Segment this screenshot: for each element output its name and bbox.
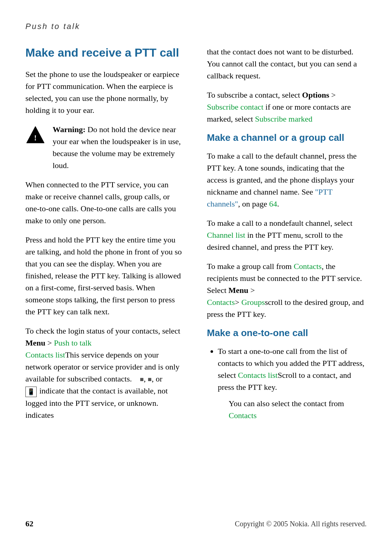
section-title-ptt: Make and receive a PTT call xyxy=(25,46,185,60)
options-menu: Options xyxy=(302,90,329,99)
channel-para-1: To make a call to the default channel, p… xyxy=(207,150,367,210)
channel-on-page: , on page xyxy=(238,199,269,208)
warning-label: Warning: xyxy=(53,125,85,134)
subscribe-text-1: To subscribe a contact, select xyxy=(207,90,302,99)
warning-text: Warning: Do not hold the device near you… xyxy=(53,123,185,171)
contacts-link-3: Contacts xyxy=(229,411,257,420)
contacts-link-2: Contacts xyxy=(294,262,322,271)
channel-text-3a: To make a group call from xyxy=(207,262,294,271)
login-arrow-1: > xyxy=(45,338,54,347)
menu-link-2: Menu xyxy=(228,286,248,295)
contacts-list-link-2: Contacts list xyxy=(238,371,278,380)
menu-option-menu: Menu xyxy=(25,338,45,347)
arrow-3: > xyxy=(235,298,241,307)
push-to-talk-link: Push to talk xyxy=(54,338,91,347)
sub-para-text: You can also select the contact from xyxy=(229,399,344,408)
channel-end: . xyxy=(277,199,279,208)
page-number: 62 xyxy=(25,519,33,528)
login-indicates: indicates xyxy=(25,411,54,420)
channel-list-link: Channel list xyxy=(207,230,245,240)
login-para: To check the login status of your contac… xyxy=(25,325,185,421)
login-text-3: indicate that the contact is available, … xyxy=(25,386,168,408)
right-column: that the contact does not want to be dis… xyxy=(207,46,367,429)
channel-para-2: To make a call to a nondefault channel, … xyxy=(207,217,367,253)
warning-icon: ! xyxy=(25,125,45,145)
page-64-link: 64 xyxy=(269,199,277,208)
groups-link: Groups xyxy=(241,298,265,307)
channel-text-1: To make a call to the default channel, p… xyxy=(207,151,357,196)
channel-para-3: To make a group call from Contacts, the … xyxy=(207,260,367,320)
subscribe-contact-link: Subscribe contact xyxy=(207,102,264,111)
svg-text:!: ! xyxy=(34,133,37,142)
right-intro: that the contact does not want to be dis… xyxy=(207,46,367,82)
login-icons-text: ■, ■, or xyxy=(134,374,163,383)
one-to-one-section-title: Make a one-to-one call xyxy=(207,327,367,339)
left-para-1: Set the phone to use the loudspeaker or … xyxy=(25,68,185,116)
arrow-2: > xyxy=(248,286,255,295)
icon-graphic: 📱 xyxy=(25,387,37,397)
page-header: Push to talk xyxy=(25,22,367,31)
channel-section-title: Make a channel or a group call xyxy=(207,132,367,143)
warning-box: ! Warning: Do not hold the device near y… xyxy=(25,123,185,171)
channel-text-2: To make a call to a nondefault channel, … xyxy=(207,219,352,228)
sub-bullet-1: You can also select the contact from Con… xyxy=(229,397,367,421)
left-column: Make and receive a PTT call Set the phon… xyxy=(25,46,185,429)
contacts-green-link: Contacts xyxy=(207,298,235,307)
one-to-one-list: To start a one-to-one call from the list… xyxy=(218,345,367,421)
contacts-list-link-1: Contacts list xyxy=(25,350,65,359)
page-footer: 62 Copyright © 2005 Nokia. All rights re… xyxy=(25,519,367,528)
subscribe-para: To subscribe a contact, select Options >… xyxy=(207,89,367,125)
subscribe-marked-link: Subscribe marked xyxy=(255,114,313,123)
left-para-2: When connected to the PTT service, you c… xyxy=(25,179,185,226)
copyright: Copyright © 2005 Nokia. All rights reser… xyxy=(235,520,367,528)
left-para-3: Press and hold the PTT key the entire ti… xyxy=(25,234,185,318)
subscribe-arrow: > xyxy=(329,90,336,99)
bullet-item-1: To start a one-to-one call from the list… xyxy=(218,345,367,421)
login-text-1: To check the login status of your contac… xyxy=(25,326,180,335)
